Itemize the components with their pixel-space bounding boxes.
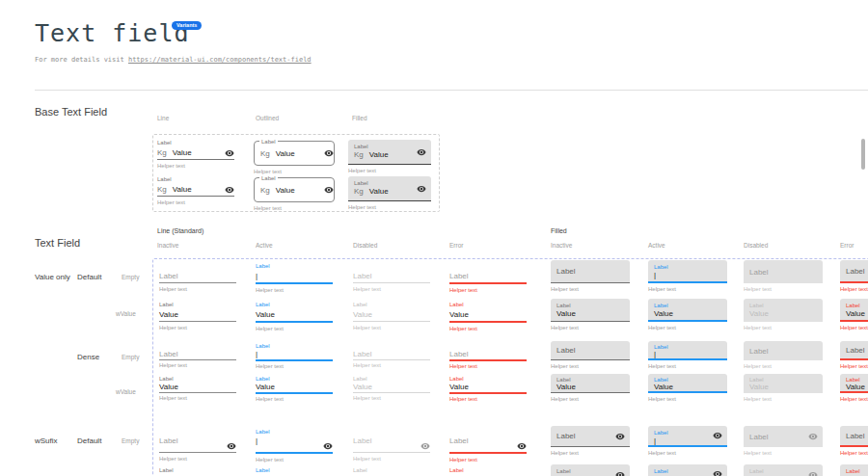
field-cursor: | — [654, 436, 721, 445]
field-underline — [449, 359, 527, 361]
base-filled-text-field[interactable]: LabelKgValueHelper text — [348, 176, 431, 210]
line-text-field-active-empty[interactable]: Label|Helper text — [256, 428, 333, 463]
field-value: Value — [173, 148, 192, 157]
line-text-field-error-with-value[interactable]: LabelValueHelper text — [449, 466, 527, 476]
visibility-icon[interactable] — [323, 441, 333, 451]
row-size-default: Default — [77, 273, 101, 281]
helper-text: Helper text — [159, 456, 236, 462]
line-text-field-error-empty[interactable]: LabelLabelHelper text — [449, 428, 527, 463]
field-value: Value — [654, 309, 721, 318]
visibility-icon[interactable] — [324, 185, 334, 195]
filled-text-field-active-empty[interactable]: Label|Helper text — [648, 428, 727, 456]
visibility-icon[interactable] — [417, 147, 426, 157]
visibility-icon[interactable] — [225, 185, 234, 195]
helper-text: Helper text — [648, 325, 727, 331]
filled-text-field-inactive-empty[interactable]: LabelHelper text — [551, 262, 630, 292]
field-floating-label: Label — [256, 262, 333, 270]
filled-text-field-error-with-value[interactable]: LabelValueHelper text — [840, 301, 868, 331]
row-variant-empty: Empty — [122, 437, 139, 444]
field-floating-label: Label — [354, 143, 425, 150]
field-value: Value — [159, 383, 178, 391]
filled-text-field-disabled-with-value[interactable]: LabelValueHelper text — [744, 301, 823, 331]
filled-text-field-error-with-value[interactable]: LabelValueHelper text — [840, 376, 868, 402]
filled-text-field-inactive-empty[interactable]: LabelHelper text — [551, 343, 630, 369]
line-text-field-active-with-value[interactable]: LabelValueHelper text — [256, 301, 333, 331]
line-text-field-active-empty[interactable]: Label|Helper text — [256, 262, 333, 293]
vertical-scrollbar-thumb[interactable] — [861, 139, 865, 170]
line-text-field-inactive-empty[interactable]: LabelLabelHelper text — [159, 262, 236, 292]
line-text-field-active-with-value[interactable]: LabelValueHelper text — [256, 466, 333, 476]
line-text-field-disabled-empty[interactable]: LabelLabelHelper text — [353, 428, 430, 462]
line-text-field-error-empty[interactable]: LabelLabelHelper text — [449, 262, 527, 293]
line-text-field-disabled-with-value[interactable]: LabelValueHelper text — [353, 301, 430, 331]
filled-text-field-inactive-empty[interactable]: LabelHelper text — [551, 428, 630, 456]
filled-text-field-error-empty[interactable]: LabelHelper text — [840, 343, 868, 369]
base-outlined-text-field[interactable]: LabelKgValueHelper text — [254, 177, 335, 211]
filled-text-field-inactive-with-value[interactable]: LabelValueHelper text — [551, 466, 630, 476]
state-header-error: Error — [840, 242, 854, 249]
filled-text-field-disabled-empty[interactable]: LabelHelper text — [744, 262, 823, 292]
visibility-icon[interactable] — [713, 469, 722, 476]
line-text-field-inactive-with-value[interactable]: LabelValueHelper text — [159, 301, 236, 331]
helper-text: Helper text — [157, 163, 234, 169]
filled-text-field-disabled-empty[interactable]: LabelHelper text — [744, 428, 823, 456]
visibility-icon[interactable] — [808, 470, 818, 476]
text-field-box: LabelValue — [648, 464, 727, 476]
field-floating-label: Label — [749, 302, 817, 309]
filled-text-field-inactive-with-value[interactable]: LabelValueHelper text — [551, 301, 630, 331]
visibility-icon[interactable] — [420, 441, 430, 451]
field-underline — [256, 321, 333, 323]
filled-text-field-active-empty[interactable]: Label|Helper text — [648, 343, 727, 369]
visibility-icon[interactable] — [808, 432, 818, 441]
line-text-field-disabled-empty[interactable]: LabelLabelHelper text — [353, 343, 430, 368]
filled-text-field-disabled-with-value[interactable]: LabelValueHelper text — [744, 466, 823, 476]
field-underline — [353, 452, 430, 453]
field-underline — [256, 282, 333, 284]
line-text-field-disabled-with-value[interactable]: LabelValueHelper text — [353, 466, 430, 476]
field-cursor: | — [654, 271, 721, 279]
helper-text: Helper text — [551, 450, 630, 456]
line-text-field-inactive-empty[interactable]: LabelLabelHelper text — [159, 428, 236, 462]
base-line-text-field[interactable]: LabelKgValueHelper text — [157, 139, 234, 169]
filled-text-field-active-empty[interactable]: Label|Helper text — [648, 262, 727, 292]
field-prefix: Kg — [157, 185, 167, 194]
visibility-icon[interactable] — [225, 148, 234, 158]
filled-text-field-active-with-value[interactable]: LabelValueHelper text — [648, 466, 727, 476]
visibility-icon[interactable] — [517, 441, 527, 451]
line-text-field-inactive-empty[interactable]: LabelLabelHelper text — [159, 343, 236, 368]
line-text-field-error-empty[interactable]: LabelLabelHelper text — [449, 343, 527, 369]
line-text-field-active-with-value[interactable]: LabelValueHelper text — [256, 376, 333, 402]
filled-text-field-active-with-value[interactable]: LabelValueHelper text — [648, 376, 727, 402]
visibility-icon[interactable] — [227, 441, 236, 451]
filled-text-field-inactive-with-value[interactable]: LabelValueHelper text — [551, 376, 630, 402]
field-underline — [256, 452, 333, 454]
filled-text-field-error-with-value[interactable]: LabelValueHelper text — [840, 466, 868, 476]
visibility-icon[interactable] — [615, 432, 625, 441]
base-line-text-field[interactable]: LabelKgValueHelper text — [157, 175, 234, 205]
filled-text-field-error-empty[interactable]: LabelHelper text — [840, 428, 868, 456]
filled-text-field-error-empty[interactable]: LabelHelper text — [840, 262, 868, 292]
filled-text-field-active-with-value[interactable]: LabelValueHelper text — [648, 301, 727, 331]
field-floating-label: Label — [157, 139, 234, 146]
docs-link[interactable]: https://material-ui.com/components/text-… — [128, 56, 312, 64]
visibility-icon[interactable] — [713, 431, 722, 440]
line-text-field-error-with-value[interactable]: LabelValueHelper text — [449, 376, 527, 402]
line-text-field-active-empty[interactable]: Label|Helper text — [256, 343, 333, 369]
base-outlined-text-field[interactable]: LabelKgValueHelper text — [254, 141, 335, 174]
field-underline — [157, 159, 234, 160]
field-floating-label: Label — [259, 174, 278, 182]
visibility-icon[interactable] — [615, 470, 625, 476]
filled-text-field-disabled-with-value[interactable]: LabelValueHelper text — [744, 376, 823, 402]
base-filled-text-field[interactable]: LabelKgValueHelper text — [348, 140, 431, 173]
line-text-field-inactive-with-value[interactable]: LabelValueHelper text — [159, 466, 236, 476]
field-placeholder: Label — [449, 272, 469, 280]
line-text-field-disabled-with-value[interactable]: LabelValueHelper text — [353, 376, 430, 401]
visibility-icon[interactable] — [417, 184, 426, 194]
filled-text-field-disabled-empty[interactable]: LabelHelper text — [744, 343, 823, 369]
helper-text: Helper text — [256, 363, 333, 369]
field-prefix: Kg — [157, 148, 167, 157]
visibility-icon[interactable] — [324, 148, 334, 158]
line-text-field-error-with-value[interactable]: LabelValueHelper text — [449, 301, 527, 331]
line-text-field-disabled-empty[interactable]: LabelLabelHelper text — [353, 262, 430, 292]
line-text-field-inactive-with-value[interactable]: LabelValueHelper text — [159, 376, 236, 401]
